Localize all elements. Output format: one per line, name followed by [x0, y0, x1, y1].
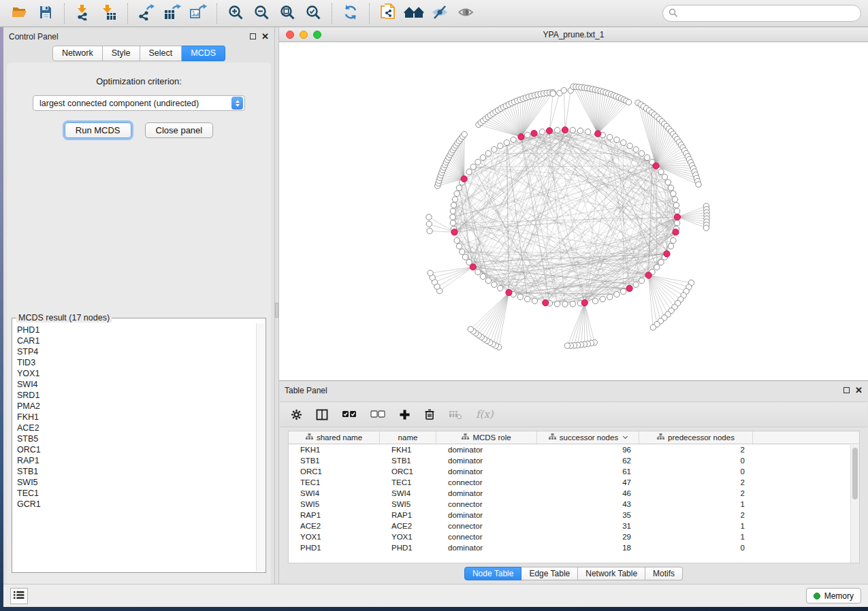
cell-shared-name[interactable]: SWI5 [289, 499, 380, 510]
network-overview-button[interactable] [404, 3, 424, 24]
tab-edge-table[interactable]: Edge Table [521, 567, 578, 580]
table-scrollbar-thumb[interactable] [852, 448, 858, 499]
cell-name[interactable]: PHD1 [380, 542, 436, 553]
table-row[interactable]: STB1STB1dominator620 [289, 455, 859, 466]
tab-motifs[interactable]: Motifs [645, 567, 683, 580]
refresh-button[interactable] [340, 3, 361, 24]
cell-MCDS-role[interactable]: connector [436, 477, 537, 488]
cell-predecessor-nodes[interactable]: 2 [639, 477, 753, 488]
cell-predecessor-nodes[interactable]: 0 [639, 542, 753, 553]
close-table-panel-icon[interactable]: ✕ [855, 387, 863, 393]
cell-MCDS-role[interactable]: dominator [436, 466, 537, 477]
mcds-result-item[interactable]: SWI4 [17, 379, 255, 390]
result-list-scrollbar[interactable] [256, 323, 265, 572]
cell-successor-nodes[interactable]: 31 [537, 521, 639, 531]
criterion-dropdown[interactable]: largest connected component (undirected) [33, 95, 245, 111]
cell-shared-name[interactable]: PHD1 [289, 542, 380, 553]
column-header-name[interactable]: name [380, 431, 436, 444]
cell-shared-name[interactable]: SWI4 [289, 488, 380, 499]
export-network-button[interactable] [136, 3, 157, 24]
cell-name[interactable]: SWI5 [380, 499, 436, 510]
cell-name[interactable]: STB1 [380, 455, 436, 466]
mcds-result-item[interactable]: ORC1 [17, 444, 255, 455]
cell-successor-nodes[interactable]: 29 [537, 531, 639, 542]
table-settings-button[interactable] [291, 409, 302, 420]
table-row[interactable]: FKH1FKH1dominator962 [289, 444, 859, 455]
cell-name[interactable]: RAP1 [380, 510, 436, 521]
float-table-panel-icon[interactable] [843, 387, 850, 393]
cell-shared-name[interactable]: TEC1 [289, 477, 380, 488]
cell-MCDS-role[interactable]: dominator [436, 488, 537, 499]
cell-shared-name[interactable]: FKH1 [289, 444, 380, 455]
mcds-result-item[interactable]: STB1 [17, 466, 255, 477]
cell-predecessor-nodes[interactable]: 2 [639, 488, 753, 499]
tab-network-table[interactable]: Network Table [578, 567, 645, 580]
cell-MCDS-role[interactable]: dominator [436, 510, 537, 521]
zoom-in-button[interactable] [225, 3, 246, 24]
mcds-result-item[interactable]: SRD1 [17, 390, 255, 401]
mcds-result-item[interactable]: YOX1 [17, 368, 255, 379]
mcds-result-item[interactable]: PHD1 [17, 325, 255, 335]
cell-predecessor-nodes[interactable]: 1 [639, 499, 753, 510]
column-header-MCDS-role[interactable]: MCDS role [436, 431, 537, 444]
cell-predecessor-nodes[interactable]: 1 [639, 531, 753, 542]
mcds-result-item[interactable]: GCR1 [17, 499, 255, 510]
close-panel-button[interactable]: Close panel [145, 122, 214, 138]
export-image-button[interactable] [188, 3, 208, 24]
mcds-result-item[interactable]: STP4 [17, 346, 255, 357]
cell-name[interactable]: YOX1 [380, 531, 436, 542]
run-mcds-button[interactable]: Run MCDS [65, 122, 131, 138]
mcds-result-item[interactable]: STB5 [17, 433, 255, 444]
cell-MCDS-role[interactable]: dominator [436, 542, 537, 553]
cell-successor-nodes[interactable]: 46 [537, 488, 639, 499]
splitter-handle[interactable] [275, 303, 278, 318]
cell-name[interactable]: FKH1 [380, 444, 436, 455]
cell-successor-nodes[interactable]: 61 [537, 466, 639, 477]
cell-shared-name[interactable]: ORC1 [289, 466, 380, 477]
cell-predecessor-nodes[interactable]: 2 [639, 444, 753, 455]
table-row[interactable]: SWI4SWI4dominator462 [289, 488, 859, 499]
search-input[interactable] [662, 5, 861, 22]
mcds-result-item[interactable]: TID3 [17, 357, 255, 368]
cell-predecessor-nodes[interactable]: 2 [639, 510, 753, 521]
mcds-result-item[interactable]: TEC1 [17, 488, 255, 499]
cell-predecessor-nodes[interactable]: 0 [639, 466, 753, 477]
cell-successor-nodes[interactable]: 18 [537, 542, 639, 553]
cell-predecessor-nodes[interactable]: 0 [639, 455, 753, 466]
float-panel-icon[interactable] [250, 33, 256, 39]
cell-successor-nodes[interactable]: 96 [537, 444, 639, 455]
show-graphics-details-button[interactable] [455, 3, 476, 24]
cell-successor-nodes[interactable]: 62 [537, 455, 639, 466]
mcds-result-item[interactable]: PMA2 [17, 401, 255, 412]
tab-mcds[interactable]: MCDS [182, 46, 225, 61]
delete-column-button[interactable] [424, 408, 435, 420]
panel-splitter[interactable] [274, 27, 279, 584]
cell-MCDS-role[interactable]: dominator [436, 455, 537, 466]
mcds-result-item[interactable]: CAR1 [17, 335, 255, 346]
task-history-button[interactable] [10, 588, 28, 604]
cell-shared-name[interactable]: YOX1 [289, 531, 380, 542]
open-session-button[interactable] [10, 3, 30, 24]
cell-shared-name[interactable]: STB1 [289, 455, 380, 466]
tab-style[interactable]: Style [103, 46, 140, 61]
deselect-all-button[interactable] [370, 410, 385, 419]
network-canvas[interactable] [279, 42, 868, 380]
mcds-result-item[interactable]: RAP1 [17, 455, 255, 466]
cell-successor-nodes[interactable]: 35 [537, 510, 639, 521]
table-row[interactable]: RAP1RAP1dominator352 [289, 510, 859, 521]
tab-select[interactable]: Select [140, 46, 182, 61]
zoom-fit-button[interactable] [277, 3, 298, 24]
cell-name[interactable]: ORC1 [380, 466, 436, 477]
tab-network[interactable]: Network [52, 46, 103, 61]
memory-button[interactable]: Memory [806, 588, 861, 604]
import-table-button[interactable] [99, 3, 119, 24]
cell-successor-nodes[interactable]: 47 [537, 477, 639, 488]
share-document-button[interactable] [378, 3, 398, 24]
cell-name[interactable]: TEC1 [380, 477, 436, 488]
mcds-result-item[interactable]: SWI5 [17, 477, 255, 488]
zoom-selected-button[interactable] [303, 3, 323, 24]
table-row[interactable]: PHD1PHD1dominator180 [289, 542, 859, 553]
table-row[interactable]: TEC1TEC1connector472 [289, 477, 859, 488]
table-row[interactable]: ACE2ACE2connector311 [289, 521, 859, 531]
add-column-button[interactable] [399, 409, 411, 420]
